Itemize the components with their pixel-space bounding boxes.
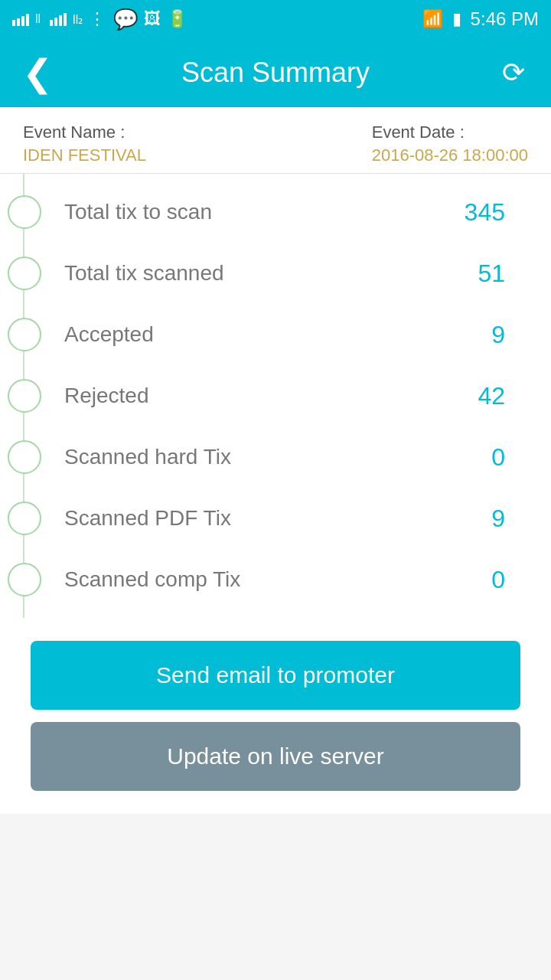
- event-date-value: 2016-08-26 18:00:00: [372, 145, 528, 165]
- stat-value: 51: [459, 260, 505, 288]
- timeline-circle: [8, 563, 41, 596]
- timeline-circle: [8, 440, 41, 474]
- stat-row: Accepted9: [0, 304, 528, 365]
- page-title: Scan Summary: [181, 57, 370, 89]
- stat-label: Total tix scanned: [64, 261, 459, 286]
- status-bar-left: ll ll₂ ⋮ 💬 🖼 🔋: [12, 8, 187, 31]
- battery-icon: 🔋: [167, 9, 187, 29]
- status-bar: ll ll₂ ⋮ 💬 🖼 🔋 📶 ▮ 5:46 PM: [0, 0, 551, 38]
- status-bar-right: 📶 ▮ 5:46 PM: [422, 8, 539, 30]
- stat-label: Rejected: [64, 384, 459, 408]
- stat-label: Scanned comp Tix: [64, 567, 459, 592]
- send-email-button[interactable]: Send email to promoter: [31, 641, 520, 710]
- event-name-value: IDEN FESTIVAL: [23, 145, 146, 165]
- timeline-circle: [8, 256, 41, 290]
- stat-row: Total tix to scan345: [0, 181, 528, 243]
- more-icon: ⋮: [89, 9, 107, 29]
- stat-label: Total tix to scan: [64, 200, 459, 224]
- timeline-circle: [8, 195, 41, 229]
- time-display: 5:46 PM: [471, 8, 539, 30]
- back-icon: ❮: [22, 51, 53, 94]
- event-info-section: Event Name : IDEN FESTIVAL Event Date : …: [0, 107, 551, 174]
- whatsapp-icon: 💬: [113, 8, 138, 31]
- event-date-block: Event Date : 2016-08-26 18:00:00: [372, 122, 528, 165]
- stat-row: Scanned comp Tix0: [0, 549, 528, 610]
- app-header: ❮ Scan Summary ⟳: [0, 38, 551, 107]
- signal-icon-1: [12, 12, 29, 26]
- battery-full-icon: ▮: [452, 9, 461, 29]
- event-name-label: Event Name :: [23, 122, 146, 142]
- stat-label: Accepted: [64, 322, 459, 347]
- signal-icon-2: [50, 12, 67, 26]
- signal-label-2: ll₂: [73, 12, 83, 27]
- back-button[interactable]: ❮: [18, 54, 57, 92]
- stat-label: Scanned PDF Tix: [64, 506, 459, 531]
- stat-label: Scanned hard Tix: [64, 445, 459, 469]
- stat-row: Total tix scanned51: [0, 243, 528, 304]
- stat-row: Rejected42: [0, 365, 528, 426]
- refresh-icon: ⟳: [502, 57, 525, 89]
- refresh-button[interactable]: ⟳: [494, 54, 533, 92]
- stat-value: 0: [459, 443, 505, 472]
- event-date-label: Event Date :: [372, 122, 528, 142]
- timeline-circle: [8, 379, 41, 413]
- timeline-circle: [8, 318, 41, 351]
- stat-row: Scanned PDF Tix9: [0, 488, 528, 549]
- stat-value: 42: [459, 382, 505, 410]
- update-server-button[interactable]: Update on live server: [31, 722, 520, 791]
- stat-row: Scanned hard Tix0: [0, 426, 528, 488]
- stats-section: Total tix to scan345Total tix scanned51A…: [0, 174, 551, 618]
- signal-label-1: ll: [35, 12, 41, 26]
- image-icon: 🖼: [144, 9, 161, 29]
- stat-value: 9: [459, 505, 505, 533]
- wifi-icon: 📶: [422, 9, 443, 29]
- stat-value: 0: [459, 566, 505, 594]
- action-buttons: Send email to promoter Update on live se…: [0, 618, 551, 814]
- event-name-block: Event Name : IDEN FESTIVAL: [23, 122, 146, 165]
- stat-value: 9: [459, 321, 505, 349]
- timeline-circle: [8, 501, 41, 535]
- stat-value: 345: [459, 198, 505, 227]
